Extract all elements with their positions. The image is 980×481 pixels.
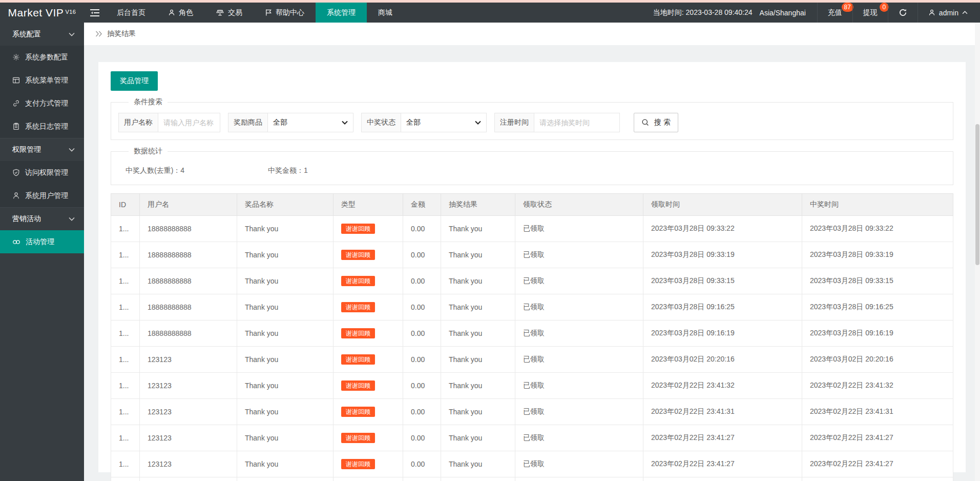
- cell-win-time: 2023年03月28日 09:16:25: [802, 294, 953, 320]
- table-row: 1...18888888888Thank you谢谢回顾0.00Thank yo…: [111, 268, 953, 294]
- clipboard-icon: [12, 123, 20, 130]
- username-input[interactable]: [158, 113, 220, 132]
- cell-id: 1...: [111, 477, 140, 481]
- nav-item-roles[interactable]: 角色: [157, 3, 204, 23]
- nav-item-trade[interactable]: 交易: [204, 3, 254, 23]
- main-area: 抽奖结果 奖品管理 条件搜索 用户名称 奖励商品: [84, 23, 980, 481]
- cell-claim-time: 2023年03月28日 09:33:19: [643, 242, 802, 268]
- search-legend: 条件搜索: [129, 97, 168, 107]
- draw-time-input[interactable]: [534, 113, 620, 132]
- sidebar-item-system-params[interactable]: 系统参数配置: [0, 46, 84, 69]
- cell-amount: 0.00: [403, 425, 441, 451]
- nav-item-mall[interactable]: 商城: [367, 3, 404, 23]
- cell-prize-name: Thank you: [237, 347, 333, 373]
- sidebar-group-system-config[interactable]: 系统配置: [0, 23, 84, 46]
- sidebar-item-activity-manage[interactable]: 活动管理: [0, 230, 84, 253]
- table-row: 1...123123Thank you谢谢回顾0.00Thank you已领取2…: [111, 399, 953, 425]
- cell-prize-name: Thank you: [237, 242, 333, 268]
- sidebar-item-label: 系统参数配置: [25, 53, 68, 62]
- admin-menu[interactable]: admin: [918, 3, 980, 23]
- search-button[interactable]: 搜 索: [634, 113, 678, 132]
- register-time-filter: 注册时间: [494, 113, 620, 132]
- sidebar-item-system-logs[interactable]: 系统日志管理: [0, 115, 84, 138]
- user-icon: [12, 192, 20, 199]
- cell-win-time: 2023年02月22日 23:41:27: [802, 451, 953, 477]
- sidebar-item-label: 访问权限管理: [25, 168, 68, 177]
- cell-draw-result: Thank you: [441, 347, 515, 373]
- recharge-label: 充值: [828, 8, 842, 17]
- prize-manage-button[interactable]: 奖品管理: [111, 71, 158, 91]
- stat-amount-label: 中奖金额：: [268, 166, 304, 174]
- nav-label: 后台首页: [117, 8, 145, 17]
- table-row: 1...123123Thank you谢谢回顾0.00Thank you已领取2…: [111, 477, 953, 481]
- nav-item-home[interactable]: 后台首页: [106, 3, 157, 23]
- table-row: 1...123123Thank you谢谢回顾0.00Thank you已领取2…: [111, 373, 953, 399]
- cell-username: 123123: [140, 425, 237, 451]
- table-header-row: ID用户名奖品名称类型金额抽奖结果领取状态领取时间中奖时间: [111, 194, 953, 216]
- group-title: 营销活动: [12, 214, 41, 224]
- cell-win-time: 2023年02月22日 23:41:32: [802, 373, 953, 399]
- sidebar-item-label: 活动管理: [26, 237, 54, 247]
- cell-username: 123123: [140, 399, 237, 425]
- flag-icon: [265, 9, 272, 16]
- timezone-text: Asia/Shanghai: [760, 9, 806, 17]
- sidebar-item-label: 系统日志管理: [25, 122, 68, 131]
- type-badge: 谢谢回顾: [341, 328, 375, 338]
- table-row: 1...18888888888Thank you谢谢回顾0.00Thank yo…: [111, 294, 953, 320]
- nav-item-system-manage[interactable]: 系统管理: [316, 3, 367, 23]
- recharge-count-badge: 87: [842, 3, 853, 12]
- cell-win-time: 2023年03月28日 09:33:22: [802, 216, 953, 242]
- sidebar-item-access-permission[interactable]: 访问权限管理: [0, 161, 84, 184]
- collapse-menu-icon[interactable]: [84, 3, 106, 23]
- col-header-claim-status: 领取状态: [515, 194, 643, 216]
- type-badge: 谢谢回顾: [341, 354, 375, 365]
- nav-label: 帮助中心: [276, 8, 304, 17]
- recharge-button[interactable]: 充值 87: [817, 3, 852, 23]
- cell-amount: 0.00: [403, 347, 441, 373]
- stat-winners-value: 4: [180, 166, 184, 174]
- chevron-up-icon: [962, 11, 968, 14]
- cell-claim-status: 已领取: [515, 268, 643, 294]
- withdraw-label: 提现: [863, 8, 878, 17]
- chevron-down-icon: [342, 121, 348, 125]
- sidebar-item-label: 系统用户管理: [25, 191, 68, 201]
- cell-prize-name: Thank you: [237, 320, 333, 347]
- cell-claim-status: 已领取: [515, 347, 643, 373]
- status-filter: 中奖状态 全部: [361, 113, 487, 132]
- cell-win-time: 2023年03月28日 09:33:15: [802, 268, 953, 294]
- cell-claim-status: 已领取: [515, 216, 643, 242]
- status-select[interactable]: 全部: [401, 113, 487, 132]
- refresh-button[interactable]: [888, 3, 918, 23]
- cell-id: 1...: [111, 242, 140, 268]
- cell-amount: 0.00: [403, 373, 441, 399]
- cell-claim-status: 已领取: [515, 294, 643, 320]
- cell-claim-time: 2023年02月22日 23:41:24: [643, 477, 802, 481]
- cell-draw-result: Thank you: [441, 373, 515, 399]
- sidebar-item-system-menu[interactable]: 系统菜单管理: [0, 69, 84, 92]
- cell-username: 18888888888: [140, 242, 237, 268]
- local-time-text: 当地时间: 2023-03-28 09:40:24: [653, 8, 753, 17]
- sidebar-group-marketing[interactable]: 营销活动: [0, 207, 84, 230]
- cell-type: 谢谢回顾: [333, 268, 403, 294]
- brand-text: Market VIP: [8, 7, 64, 19]
- type-badge: 谢谢回顾: [341, 407, 375, 417]
- cell-type: 谢谢回顾: [333, 451, 403, 477]
- sidebar-group-permissions[interactable]: 权限管理: [0, 138, 84, 161]
- sidebar-item-payment-methods[interactable]: 支付方式管理: [0, 92, 84, 115]
- scrollbar-thumb[interactable]: [975, 124, 979, 265]
- table-row: 1...123123Thank you谢谢回顾0.00Thank you已领取2…: [111, 347, 953, 373]
- cell-draw-result: Thank you: [441, 425, 515, 451]
- col-header-id: ID: [111, 194, 140, 216]
- cell-username: 123123: [140, 477, 237, 481]
- brand-logo: Market VIP V16: [0, 3, 84, 23]
- prize-select[interactable]: 全部: [267, 113, 353, 132]
- nav-item-help-center[interactable]: 帮助中心: [254, 3, 316, 23]
- cell-claim-time: 2023年03月28日 09:33:22: [643, 216, 802, 242]
- sidebar-item-system-users[interactable]: 系统用户管理: [0, 184, 84, 207]
- prize-filter: 奖励商品 全部: [228, 113, 353, 132]
- cell-amount: 0.00: [403, 242, 441, 268]
- cell-type: 谢谢回顾: [333, 425, 403, 451]
- cell-prize-name: Thank you: [237, 477, 333, 481]
- cell-draw-result: Thank you: [441, 477, 515, 481]
- withdraw-button[interactable]: 提现 0: [852, 3, 888, 23]
